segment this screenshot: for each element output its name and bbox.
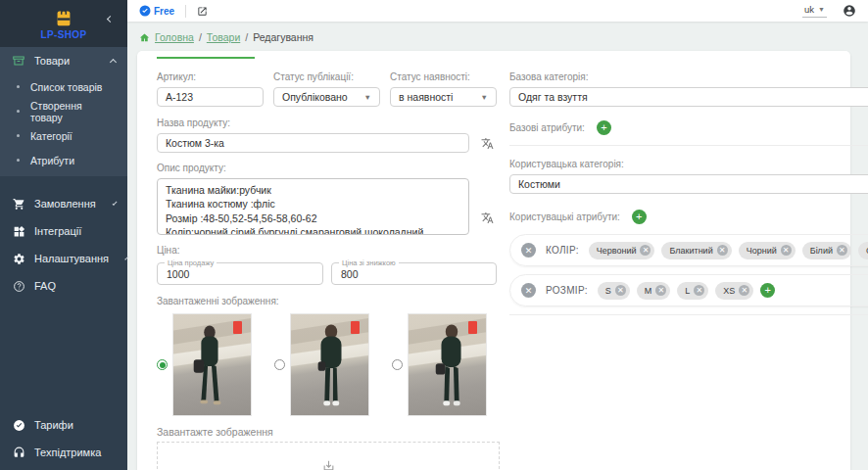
remove-value-icon[interactable]: ✕	[837, 245, 847, 256]
custom-attributes-label: Користувацькі атрибути:	[509, 212, 620, 222]
headset-icon	[12, 446, 25, 459]
discount-price-value: 800	[341, 268, 359, 280]
sale-price-value: 1000	[167, 268, 189, 280]
question-circle-icon	[12, 279, 25, 293]
add-custom-attribute-button[interactable]: +	[632, 210, 647, 224]
product-name-input[interactable]: Костюм 3-ка	[157, 133, 469, 153]
remove-value-icon[interactable]: ✕	[655, 285, 666, 296]
custom-category-select[interactable]: Костюми ▼	[509, 174, 868, 194]
attribute-name: КОЛІР:	[546, 245, 579, 256]
sale-price-input[interactable]: Ціна продажу 1000	[157, 262, 323, 285]
image-item	[274, 313, 369, 416]
edit-product-card: Артикул: A-123 Статус публікації: Опублі…	[137, 51, 850, 470]
breadcrumb-products-link[interactable]: Товари	[207, 31, 240, 43]
upload-label: Завантажте зображення	[157, 426, 497, 438]
stock-status-select[interactable]: в наявності ▼	[390, 87, 497, 107]
red-tag	[351, 321, 360, 334]
base-category-input[interactable]: Одяг та взуття	[509, 87, 868, 107]
bullet-icon	[17, 85, 20, 88]
sidebar-item-faq[interactable]: FAQ	[0, 272, 127, 300]
open-in-new-icon[interactable]	[197, 6, 208, 17]
image-item	[157, 313, 252, 416]
user-avatar-icon[interactable]	[843, 4, 856, 18]
publish-status-select[interactable]: Опубліковано ▼	[273, 87, 380, 107]
sidebar-item-support[interactable]: Техпідтримка	[0, 439, 127, 466]
language-select[interactable]: uk ▼	[802, 4, 827, 18]
remove-value-icon[interactable]: ✕	[739, 285, 749, 296]
sidebar-collapse-button[interactable]	[108, 8, 118, 18]
attribute-value-chip: XS✕	[715, 282, 753, 300]
breadcrumb: Головна / Товари / Редагування	[139, 31, 850, 43]
translate-icon	[481, 137, 494, 150]
attribute-name: РОЗМІР:	[546, 285, 588, 296]
widgets-icon	[12, 224, 25, 238]
product-photo-2[interactable]	[290, 313, 369, 416]
attribute-value-chip: Блакитний✕	[661, 242, 731, 259]
gear-icon	[12, 252, 25, 265]
translate-name-button[interactable]	[477, 133, 497, 153]
attribute-value-chip: Сірий✕	[858, 242, 868, 259]
chevron-down-icon	[112, 200, 117, 205]
image-dropzone[interactable]	[157, 442, 500, 470]
sidebar-item-categories[interactable]: Категорії	[0, 123, 127, 148]
remove-attribute-icon[interactable]: ✕	[521, 243, 536, 258]
plan-badge[interactable]: Free	[139, 5, 174, 17]
remove-attribute-icon[interactable]: ✕	[521, 283, 536, 298]
chip-label: Чорний	[747, 246, 777, 256]
remove-value-icon[interactable]: ✕	[694, 285, 704, 296]
stock-status-value: в наявності	[399, 91, 453, 103]
sku-input[interactable]: A-123	[157, 87, 264, 107]
remove-value-icon[interactable]: ✕	[781, 245, 792, 256]
chevron-up-icon	[110, 59, 117, 66]
main-image-radio-2[interactable]	[274, 359, 285, 370]
sub-item-label: Категорії	[30, 130, 72, 142]
breadcrumb-separator: /	[245, 31, 248, 43]
sku-value: A-123	[166, 91, 193, 103]
remove-value-icon[interactable]: ✕	[717, 245, 728, 256]
base-category-value: Одяг та взуття	[518, 91, 588, 103]
brand-name: LP-SHOP	[40, 29, 86, 40]
language-value: uk	[804, 4, 814, 15]
main-image-radio-1[interactable]	[157, 359, 168, 370]
description-label: Опис продукту:	[157, 163, 497, 173]
chip-label: Білий	[810, 246, 833, 256]
sidebar-item-products[interactable]: Товари	[0, 47, 127, 74]
chip-label: Блакитний	[669, 246, 712, 256]
sidebar-item-product-create[interactable]: Створення товару	[0, 99, 127, 123]
chevron-down-icon: ▼	[818, 6, 825, 13]
translate-description-button[interactable]	[477, 208, 497, 227]
sidebar-item-settings[interactable]: Налаштування	[0, 245, 127, 272]
product-name-label: Назва продукту:	[157, 118, 497, 128]
product-photo-1[interactable]	[172, 313, 252, 416]
chip-label: XS	[723, 286, 735, 296]
active-tab-indicator	[157, 57, 255, 59]
sale-price-float-label: Ціна продажу	[165, 258, 217, 267]
sidebar-item-tariffs[interactable]: Тарифи	[0, 411, 127, 439]
product-photo-3[interactable]	[408, 313, 487, 416]
app-window: LP-SHOP Товари Список товарів Створення …	[0, 0, 868, 470]
sidebar-item-orders[interactable]: Замовлення	[0, 190, 127, 217]
breadcrumb-current: Редагування	[253, 31, 313, 43]
sub-item-label: Список товарів	[30, 81, 102, 93]
main-image-radio-3[interactable]	[392, 359, 403, 370]
remove-value-icon[interactable]: ✕	[615, 285, 626, 296]
description-textarea[interactable]: Тканина майки:рубчик Тканина костюму :фл…	[157, 178, 469, 235]
uploaded-images-label: Завантаженні зображення:	[157, 296, 497, 306]
discount-price-input[interactable]: Ціна зі знижкою 800	[331, 262, 497, 285]
remove-value-icon[interactable]: ✕	[640, 245, 651, 256]
products-menu-group: Товари Список товарів Створення товару К…	[0, 47, 127, 176]
translate-icon	[481, 212, 494, 224]
custom-category-value: Костюми	[518, 178, 560, 190]
custom-category-label: Користувацька категорія:	[509, 159, 868, 169]
divider	[509, 314, 868, 315]
plan-label: Free	[154, 6, 174, 17]
sidebar-item-attributes[interactable]: Атрибути	[0, 148, 127, 172]
price-label: Ціна:	[157, 245, 497, 256]
breadcrumb-home-link[interactable]: Головна	[155, 31, 194, 43]
sidebar-item-product-list[interactable]: Список товарів	[0, 74, 127, 99]
add-base-attribute-button[interactable]: +	[597, 120, 611, 135]
attribute-value-chip: M✕	[637, 282, 671, 300]
form-right-column: Базова категорія: Одяг та взуття Базові …	[509, 71, 868, 470]
sidebar-item-integrations[interactable]: Інтеграції	[0, 217, 127, 245]
add-size-value-button[interactable]: +	[760, 283, 775, 298]
